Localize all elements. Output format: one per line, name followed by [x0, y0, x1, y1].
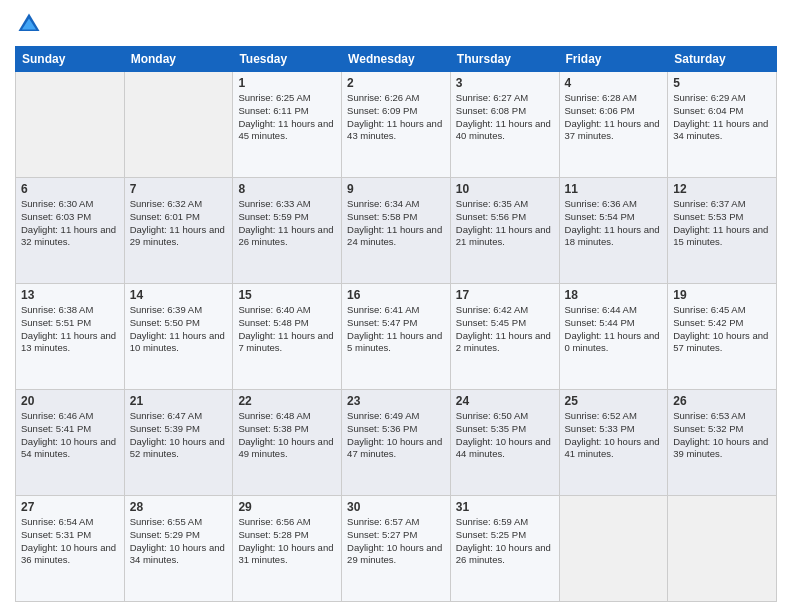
- day-info: Sunrise: 6:49 AM Sunset: 5:36 PM Dayligh…: [347, 410, 442, 459]
- calendar-cell: 29Sunrise: 6:56 AM Sunset: 5:28 PM Dayli…: [233, 496, 342, 602]
- week-row-3: 13Sunrise: 6:38 AM Sunset: 5:51 PM Dayli…: [16, 284, 777, 390]
- day-info: Sunrise: 6:30 AM Sunset: 6:03 PM Dayligh…: [21, 198, 116, 247]
- day-info: Sunrise: 6:36 AM Sunset: 5:54 PM Dayligh…: [565, 198, 660, 247]
- calendar-table: SundayMondayTuesdayWednesdayThursdayFrid…: [15, 46, 777, 602]
- day-number: 21: [130, 394, 228, 408]
- calendar-cell: 8Sunrise: 6:33 AM Sunset: 5:59 PM Daylig…: [233, 178, 342, 284]
- calendar-cell: 30Sunrise: 6:57 AM Sunset: 5:27 PM Dayli…: [342, 496, 451, 602]
- day-number: 13: [21, 288, 119, 302]
- day-info: Sunrise: 6:32 AM Sunset: 6:01 PM Dayligh…: [130, 198, 225, 247]
- header-row: SundayMondayTuesdayWednesdayThursdayFrid…: [16, 47, 777, 72]
- day-info: Sunrise: 6:48 AM Sunset: 5:38 PM Dayligh…: [238, 410, 333, 459]
- day-info: Sunrise: 6:27 AM Sunset: 6:08 PM Dayligh…: [456, 92, 551, 141]
- day-number: 28: [130, 500, 228, 514]
- day-number: 3: [456, 76, 554, 90]
- header-day-thursday: Thursday: [450, 47, 559, 72]
- calendar-cell: 27Sunrise: 6:54 AM Sunset: 5:31 PM Dayli…: [16, 496, 125, 602]
- day-info: Sunrise: 6:44 AM Sunset: 5:44 PM Dayligh…: [565, 304, 660, 353]
- day-info: Sunrise: 6:59 AM Sunset: 5:25 PM Dayligh…: [456, 516, 551, 565]
- calendar-cell: [124, 72, 233, 178]
- header-day-friday: Friday: [559, 47, 668, 72]
- calendar-cell: [559, 496, 668, 602]
- day-number: 17: [456, 288, 554, 302]
- week-row-5: 27Sunrise: 6:54 AM Sunset: 5:31 PM Dayli…: [16, 496, 777, 602]
- calendar-cell: 12Sunrise: 6:37 AM Sunset: 5:53 PM Dayli…: [668, 178, 777, 284]
- day-info: Sunrise: 6:56 AM Sunset: 5:28 PM Dayligh…: [238, 516, 333, 565]
- day-info: Sunrise: 6:52 AM Sunset: 5:33 PM Dayligh…: [565, 410, 660, 459]
- day-info: Sunrise: 6:54 AM Sunset: 5:31 PM Dayligh…: [21, 516, 116, 565]
- header-day-saturday: Saturday: [668, 47, 777, 72]
- day-info: Sunrise: 6:47 AM Sunset: 5:39 PM Dayligh…: [130, 410, 225, 459]
- day-number: 18: [565, 288, 663, 302]
- calendar-cell: 15Sunrise: 6:40 AM Sunset: 5:48 PM Dayli…: [233, 284, 342, 390]
- day-info: Sunrise: 6:42 AM Sunset: 5:45 PM Dayligh…: [456, 304, 551, 353]
- day-number: 8: [238, 182, 336, 196]
- calendar-cell: 9Sunrise: 6:34 AM Sunset: 5:58 PM Daylig…: [342, 178, 451, 284]
- calendar-cell: 23Sunrise: 6:49 AM Sunset: 5:36 PM Dayli…: [342, 390, 451, 496]
- calendar-cell: 31Sunrise: 6:59 AM Sunset: 5:25 PM Dayli…: [450, 496, 559, 602]
- calendar-cell: 21Sunrise: 6:47 AM Sunset: 5:39 PM Dayli…: [124, 390, 233, 496]
- calendar-cell: 16Sunrise: 6:41 AM Sunset: 5:47 PM Dayli…: [342, 284, 451, 390]
- logo: [15, 10, 47, 38]
- day-number: 29: [238, 500, 336, 514]
- day-number: 31: [456, 500, 554, 514]
- day-info: Sunrise: 6:35 AM Sunset: 5:56 PM Dayligh…: [456, 198, 551, 247]
- day-number: 26: [673, 394, 771, 408]
- calendar-cell: 14Sunrise: 6:39 AM Sunset: 5:50 PM Dayli…: [124, 284, 233, 390]
- calendar-cell: 6Sunrise: 6:30 AM Sunset: 6:03 PM Daylig…: [16, 178, 125, 284]
- day-info: Sunrise: 6:28 AM Sunset: 6:06 PM Dayligh…: [565, 92, 660, 141]
- calendar-cell: 4Sunrise: 6:28 AM Sunset: 6:06 PM Daylig…: [559, 72, 668, 178]
- calendar-cell: 20Sunrise: 6:46 AM Sunset: 5:41 PM Dayli…: [16, 390, 125, 496]
- week-row-4: 20Sunrise: 6:46 AM Sunset: 5:41 PM Dayli…: [16, 390, 777, 496]
- day-number: 10: [456, 182, 554, 196]
- day-number: 30: [347, 500, 445, 514]
- day-number: 20: [21, 394, 119, 408]
- calendar-cell: 2Sunrise: 6:26 AM Sunset: 6:09 PM Daylig…: [342, 72, 451, 178]
- day-number: 5: [673, 76, 771, 90]
- day-info: Sunrise: 6:37 AM Sunset: 5:53 PM Dayligh…: [673, 198, 768, 247]
- day-info: Sunrise: 6:41 AM Sunset: 5:47 PM Dayligh…: [347, 304, 442, 353]
- day-number: 24: [456, 394, 554, 408]
- calendar-cell: 19Sunrise: 6:45 AM Sunset: 5:42 PM Dayli…: [668, 284, 777, 390]
- header: [15, 10, 777, 38]
- day-number: 7: [130, 182, 228, 196]
- day-info: Sunrise: 6:40 AM Sunset: 5:48 PM Dayligh…: [238, 304, 333, 353]
- day-info: Sunrise: 6:55 AM Sunset: 5:29 PM Dayligh…: [130, 516, 225, 565]
- day-info: Sunrise: 6:34 AM Sunset: 5:58 PM Dayligh…: [347, 198, 442, 247]
- day-info: Sunrise: 6:45 AM Sunset: 5:42 PM Dayligh…: [673, 304, 768, 353]
- day-number: 4: [565, 76, 663, 90]
- week-row-1: 1Sunrise: 6:25 AM Sunset: 6:11 PM Daylig…: [16, 72, 777, 178]
- day-number: 1: [238, 76, 336, 90]
- calendar-cell: 24Sunrise: 6:50 AM Sunset: 5:35 PM Dayli…: [450, 390, 559, 496]
- calendar-cell: 25Sunrise: 6:52 AM Sunset: 5:33 PM Dayli…: [559, 390, 668, 496]
- calendar-header: SundayMondayTuesdayWednesdayThursdayFrid…: [16, 47, 777, 72]
- day-number: 23: [347, 394, 445, 408]
- day-info: Sunrise: 6:26 AM Sunset: 6:09 PM Dayligh…: [347, 92, 442, 141]
- header-day-tuesday: Tuesday: [233, 47, 342, 72]
- day-number: 11: [565, 182, 663, 196]
- calendar-cell: 5Sunrise: 6:29 AM Sunset: 6:04 PM Daylig…: [668, 72, 777, 178]
- day-number: 15: [238, 288, 336, 302]
- calendar-cell: 10Sunrise: 6:35 AM Sunset: 5:56 PM Dayli…: [450, 178, 559, 284]
- day-number: 9: [347, 182, 445, 196]
- calendar-cell: 3Sunrise: 6:27 AM Sunset: 6:08 PM Daylig…: [450, 72, 559, 178]
- day-number: 14: [130, 288, 228, 302]
- calendar-body: 1Sunrise: 6:25 AM Sunset: 6:11 PM Daylig…: [16, 72, 777, 602]
- calendar-cell: [16, 72, 125, 178]
- calendar-cell: 7Sunrise: 6:32 AM Sunset: 6:01 PM Daylig…: [124, 178, 233, 284]
- day-info: Sunrise: 6:29 AM Sunset: 6:04 PM Dayligh…: [673, 92, 768, 141]
- day-info: Sunrise: 6:33 AM Sunset: 5:59 PM Dayligh…: [238, 198, 333, 247]
- calendar-cell: 28Sunrise: 6:55 AM Sunset: 5:29 PM Dayli…: [124, 496, 233, 602]
- calendar-cell: 18Sunrise: 6:44 AM Sunset: 5:44 PM Dayli…: [559, 284, 668, 390]
- day-info: Sunrise: 6:50 AM Sunset: 5:35 PM Dayligh…: [456, 410, 551, 459]
- day-number: 12: [673, 182, 771, 196]
- calendar-cell: 26Sunrise: 6:53 AM Sunset: 5:32 PM Dayli…: [668, 390, 777, 496]
- calendar-cell: 11Sunrise: 6:36 AM Sunset: 5:54 PM Dayli…: [559, 178, 668, 284]
- day-number: 6: [21, 182, 119, 196]
- day-info: Sunrise: 6:38 AM Sunset: 5:51 PM Dayligh…: [21, 304, 116, 353]
- calendar-cell: 13Sunrise: 6:38 AM Sunset: 5:51 PM Dayli…: [16, 284, 125, 390]
- day-number: 19: [673, 288, 771, 302]
- day-info: Sunrise: 6:25 AM Sunset: 6:11 PM Dayligh…: [238, 92, 333, 141]
- day-info: Sunrise: 6:53 AM Sunset: 5:32 PM Dayligh…: [673, 410, 768, 459]
- calendar-cell: 1Sunrise: 6:25 AM Sunset: 6:11 PM Daylig…: [233, 72, 342, 178]
